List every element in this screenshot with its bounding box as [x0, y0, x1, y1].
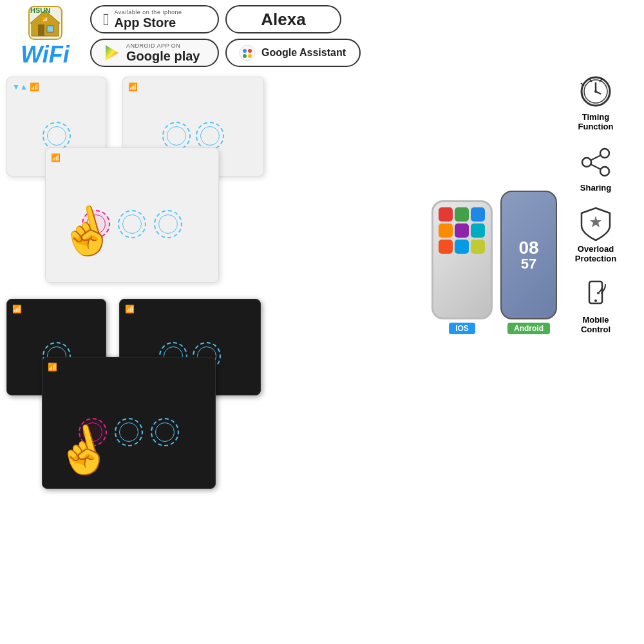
switch-button-1[interactable] [43, 122, 71, 150]
google-play-icon [103, 44, 121, 62]
wifi-indicator-2: 📶 [128, 82, 258, 91]
app-store-badge[interactable]:  Available on the iphone App Store [90, 5, 219, 33]
svg-line-24 [591, 164, 601, 169]
logo-area: 📶 HSUN WiFi [6, 5, 84, 66]
svg-point-21 [582, 158, 591, 167]
white-switches-group: ▼▲ 📶 📶 [6, 70, 425, 292]
wifi-indicator-b3: 📶 [48, 363, 210, 372]
clock-icon [578, 73, 614, 109]
sharing-feature: Sharing [564, 144, 628, 193]
badge-row-1:  Available on the iphone App Store Alex… [90, 5, 638, 33]
logo-icon: 📶 HSUN [28, 5, 63, 41]
svg-marker-25 [590, 216, 601, 227]
alexa-label: Alexa [261, 10, 305, 30]
switch-button-b4[interactable] [115, 418, 143, 446]
wifi-indicator-b1: 📶 [12, 305, 100, 314]
app-icon [455, 207, 469, 222]
timing-label: Timing Function [578, 112, 614, 131]
android-label: Android [507, 323, 550, 334]
wifi-indicator: ▼▲ 📶 [12, 82, 100, 91]
app-icon [455, 223, 469, 238]
svg-rect-3 [47, 26, 53, 32]
overload-label: Overload Protection [575, 244, 616, 263]
svg-point-22 [600, 167, 609, 176]
svg-rect-2 [38, 24, 44, 36]
switches-area: ▼▲ 📶 📶 [6, 70, 425, 637]
switch-button-5[interactable] [154, 210, 182, 238]
timing-feature: Timing Function [564, 73, 628, 131]
app-store-small-text: Available on the iphone [115, 9, 182, 15]
shield-icon [578, 205, 614, 242]
svg-point-9 [248, 49, 252, 53]
badges-area:  Available on the iphone App Store Alex… [90, 5, 638, 67]
app-icon [439, 240, 453, 254]
mobile-control-feature: Mobile Control [564, 276, 628, 334]
svg-point-11 [248, 54, 252, 58]
phones-and-features: IOS 08 57 Android [431, 70, 638, 334]
switch-button-3[interactable] [196, 122, 224, 150]
google-play-badge[interactable]: ANDROID APP ON Google play [90, 39, 219, 67]
mobile-label: Mobile Control [581, 315, 611, 334]
black-switches-group: 📶 📶 [6, 292, 425, 505]
share-icon [578, 144, 614, 180]
app-icon [439, 223, 453, 238]
switch-button-b5[interactable] [151, 418, 179, 446]
ios-label: IOS [449, 323, 475, 334]
google-play-big: Google play [126, 49, 200, 63]
badge-row-2: ANDROID APP ON Google play Google Assist… [90, 39, 638, 67]
mobile-icon [578, 276, 614, 312]
header: 📶 HSUN WiFi  Available on the iphone Ap… [0, 0, 644, 67]
wifi-indicator-b2: 📶 [125, 305, 255, 314]
app-icon [471, 240, 485, 254]
wifi-label: WiFi [21, 43, 70, 66]
right-area: IOS 08 57 Android [425, 70, 638, 637]
svg-text:📶: 📶 [42, 16, 48, 23]
features-column: Timing Function Sharing [564, 70, 628, 334]
switch-button-2[interactable] [162, 122, 191, 150]
svg-point-16 [594, 90, 597, 93]
google-play-small: ANDROID APP ON [126, 43, 200, 49]
google-assistant-icon [238, 44, 256, 62]
google-assistant-label: Google Assistant [261, 47, 346, 59]
svg-text:HSUN: HSUN [30, 6, 50, 14]
svg-point-20 [600, 149, 609, 158]
google-assistant-badge[interactable]: Google Assistant [225, 39, 361, 67]
apple-icon:  [103, 11, 109, 28]
switch-button-4[interactable] [118, 210, 146, 238]
svg-point-7 [240, 45, 255, 61]
wifi-indicator-3: 📶 [51, 153, 213, 162]
app-icon [471, 223, 485, 238]
sharing-label: Sharing [580, 183, 611, 193]
phones-container: IOS 08 57 Android [431, 70, 557, 334]
android-phone-container: 08 57 Android [500, 191, 557, 334]
svg-marker-6 [106, 45, 118, 61]
svg-point-28 [597, 292, 600, 294]
alexa-badge[interactable]: Alexa [225, 5, 341, 33]
ios-phone-container: IOS [431, 200, 493, 334]
overload-feature: Overload Protection [564, 205, 628, 263]
svg-line-23 [591, 155, 601, 160]
app-icon [439, 207, 453, 222]
svg-point-27 [594, 299, 597, 302]
android-phone: 08 57 [500, 191, 557, 319]
svg-point-8 [243, 49, 247, 53]
svg-point-10 [243, 54, 247, 58]
app-icon [455, 240, 469, 254]
main-content: ▼▲ 📶 📶 [0, 67, 644, 637]
ios-phone [431, 200, 493, 319]
app-icon [471, 207, 485, 222]
app-store-big-text: App Store [115, 15, 182, 30]
